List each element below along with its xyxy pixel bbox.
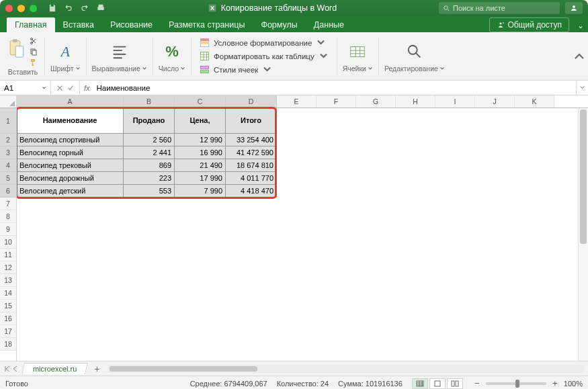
zoom-slider[interactable]	[486, 382, 546, 385]
spreadsheet-grid[interactable]: 1 2 3 4 5 6 7 8 9 10 11 12 13 14 15 16 1…	[0, 95, 588, 361]
cell[interactable]: 18 674 810	[226, 159, 277, 172]
column-header[interactable]: C	[175, 95, 226, 107]
row-header[interactable]: 6	[0, 185, 16, 198]
scrollbar-thumb[interactable]	[110, 366, 257, 372]
format-as-table-button[interactable]: Форматировать как таблицу	[197, 50, 331, 62]
cell[interactable]: 2 560	[124, 134, 175, 146]
row-header[interactable]: 3	[0, 146, 16, 159]
tab-data[interactable]: Данные	[306, 17, 352, 32]
column-header[interactable]: H	[396, 95, 435, 107]
search-input[interactable]	[453, 4, 556, 12]
undo-icon[interactable]	[64, 3, 73, 13]
chevron-down-icon[interactable]	[42, 85, 46, 91]
cell[interactable]: Велосипед трековый	[17, 159, 124, 172]
tab-insert[interactable]: Вставка	[55, 17, 102, 32]
cell-a1[interactable]: Наименование	[17, 108, 124, 134]
expand-formula-bar-button[interactable]	[576, 81, 588, 95]
zoom-out-button[interactable]: −	[472, 379, 482, 388]
cell[interactable]: 223	[124, 172, 175, 185]
tab-formulas[interactable]: Формулы	[253, 17, 305, 32]
tab-draw[interactable]: Рисование	[102, 17, 161, 32]
zoom-in-button[interactable]: +	[550, 379, 560, 388]
conditional-formatting-button[interactable]: Условное форматирование	[197, 37, 331, 48]
row-header[interactable]: 12	[0, 261, 16, 274]
row-header[interactable]: 1	[0, 108, 16, 134]
ribbon-group-number[interactable]: % Число	[155, 40, 190, 73]
row-header[interactable]: 9	[0, 223, 16, 236]
row-header[interactable]: 10	[0, 236, 16, 249]
row-header[interactable]: 2	[0, 134, 16, 146]
cells[interactable]: Наименование Продано Цена, Итого Велосип…	[17, 108, 588, 198]
row-header[interactable]: 7	[0, 198, 16, 210]
cell-b1[interactable]: Продано	[124, 108, 175, 134]
cell[interactable]: Велосипед дорожный	[17, 172, 124, 185]
fx-label[interactable]: fx	[84, 84, 90, 92]
cut-icon[interactable]	[28, 37, 39, 45]
print-icon[interactable]	[96, 3, 106, 13]
name-box[interactable]	[0, 81, 51, 95]
account-button[interactable]	[565, 2, 583, 14]
row-header[interactable]: 16	[0, 312, 16, 325]
ribbon-group-alignment[interactable]: Выравнивание	[88, 40, 151, 73]
column-header[interactable]: B	[124, 95, 175, 107]
help-button[interactable]: ⌄	[573, 19, 588, 32]
close-window-button[interactable]	[5, 5, 13, 12]
row-header[interactable]: 17	[0, 325, 16, 338]
cell-c1[interactable]: Цена,	[175, 108, 226, 134]
column-header[interactable]: K	[515, 95, 554, 107]
sheet-search[interactable]	[439, 2, 560, 14]
cell[interactable]: 41 472 590	[226, 146, 277, 159]
row-header[interactable]: 15	[0, 300, 16, 312]
check-icon[interactable]	[67, 85, 74, 91]
cell[interactable]: 16 990	[175, 146, 226, 159]
cell[interactable]: 4 011 770	[226, 172, 277, 185]
view-page-break-button[interactable]	[447, 378, 463, 389]
cell[interactable]: Велосипед детский	[17, 185, 124, 198]
share-button[interactable]: Общий доступ	[489, 17, 569, 32]
name-box-input[interactable]	[4, 84, 42, 92]
horizontal-scrollbar[interactable]	[108, 365, 584, 373]
view-page-layout-button[interactable]	[429, 378, 446, 389]
maximize-window-button[interactable]	[30, 5, 37, 12]
column-header[interactable]: D	[226, 95, 277, 107]
add-sheet-button[interactable]: +	[89, 363, 104, 375]
cell[interactable]: Велосипед горный	[17, 146, 124, 159]
minimize-window-button[interactable]	[17, 5, 25, 12]
view-normal-button[interactable]	[412, 378, 428, 389]
cell[interactable]: 2 441	[124, 146, 175, 159]
ribbon-group-font[interactable]: A Шрифт	[46, 40, 85, 73]
collapse-ribbon-button[interactable]	[573, 50, 585, 62]
cell[interactable]: 553	[124, 185, 175, 198]
column-header[interactable]: G	[356, 95, 396, 107]
formula-input[interactable]	[94, 84, 576, 92]
cell[interactable]: 869	[124, 159, 175, 172]
zoom-slider-knob[interactable]	[515, 380, 519, 388]
ribbon-group-cells[interactable]: Ячейки	[339, 40, 377, 73]
copy-icon[interactable]	[28, 48, 39, 56]
redo-icon[interactable]	[80, 3, 89, 13]
tab-home[interactable]: Главная	[7, 17, 55, 32]
select-all-corner[interactable]	[0, 95, 16, 108]
sheet-nav-prev-icon[interactable]	[12, 365, 19, 372]
cell[interactable]: 12 990	[175, 134, 226, 146]
sheet-nav-first-icon[interactable]	[4, 365, 11, 372]
zoom-level[interactable]: 100%	[564, 380, 583, 388]
vertical-scrollbar[interactable]	[578, 108, 588, 361]
row-header[interactable]: 4	[0, 159, 16, 172]
row-header[interactable]: 18	[0, 338, 16, 351]
cell[interactable]: Велосипед спортивный	[17, 134, 124, 146]
sheet-tab[interactable]: microexcel.ru	[22, 363, 88, 374]
row-header[interactable]: 8	[0, 210, 16, 223]
row-header[interactable]: 11	[0, 249, 16, 261]
ribbon-group-editing[interactable]: Редактирование	[380, 40, 449, 73]
row-header[interactable]: 13	[0, 274, 16, 287]
save-icon[interactable]	[48, 3, 57, 13]
cell[interactable]: 4 418 470	[226, 185, 277, 198]
paste-button[interactable]	[7, 37, 26, 60]
cell[interactable]: 7 990	[175, 185, 226, 198]
cancel-icon[interactable]	[56, 85, 63, 91]
cell-styles-button[interactable]: Стили ячеек	[197, 64, 331, 75]
row-header[interactable]: 5	[0, 172, 16, 185]
column-header[interactable]: E	[277, 95, 317, 107]
row-header[interactable]: 14	[0, 287, 16, 300]
